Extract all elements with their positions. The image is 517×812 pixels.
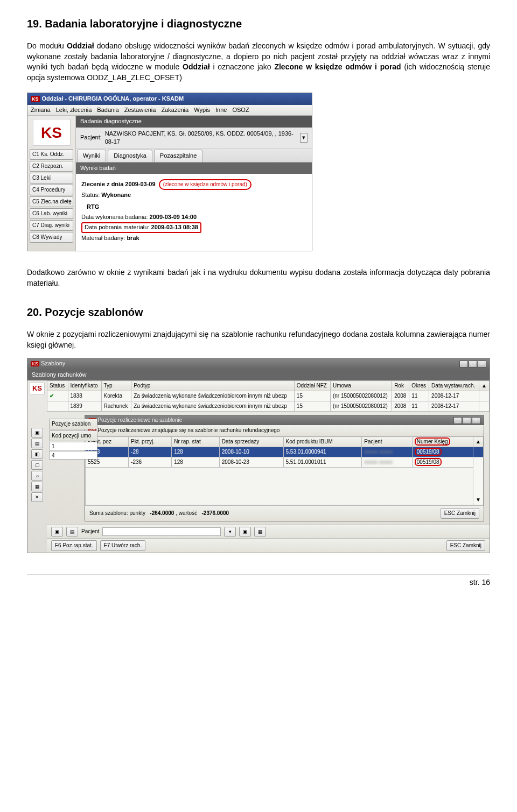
minimize-icon[interactable]: _ xyxy=(459,361,468,368)
zlecenie-label: Zlecenie z dnia xyxy=(81,181,123,187)
close-icon[interactable]: ✕ xyxy=(478,361,486,368)
tab-wyniki[interactable]: Wyniki xyxy=(77,150,106,161)
sidebar-c4[interactable]: C4 Procedury xyxy=(30,185,73,195)
col-pacjent[interactable]: Pacjent xyxy=(362,437,413,447)
app2-footer: F6 Poz.rap.stat. F7 Utwórz rach. ESC Zam… xyxy=(47,538,490,553)
col-data[interactable]: Data wystaw.rach. xyxy=(429,381,479,391)
paragraph-2: Dodatkowo zarówno w oknie z wynikami bad… xyxy=(27,267,490,288)
maximize-icon[interactable]: ▢ xyxy=(469,361,477,368)
scroll-up-icon[interactable]: ▲ xyxy=(473,437,484,447)
cell-typ: Korekta xyxy=(101,391,131,401)
tool-btn-7[interactable]: ✕ xyxy=(31,492,43,502)
szablony-table[interactable]: Status Identyfikato Typ Podtyp Oddział N… xyxy=(47,380,490,412)
cell-nr: 128 xyxy=(172,447,220,457)
patient-row: Pacjent: NAZWISKO PACJENT, KS. Gł. 00250… xyxy=(76,128,312,149)
sidebar-c6[interactable]: C6 Lab. wyniki xyxy=(30,208,73,219)
tool-btn-5[interactable]: ⌕ xyxy=(31,471,43,481)
cell-pkt: -28 xyxy=(129,447,172,457)
col-kod-ibum[interactable]: Kod produktu IBUM xyxy=(283,437,362,447)
table-row[interactable]: 5525 -236 128 2008-10-23 5.51.01.0001011… xyxy=(86,457,484,468)
sidebar-c5[interactable]: C5 Zlec.na dietę xyxy=(30,196,73,207)
sidebar-c3[interactable]: C3 Leki xyxy=(30,173,73,183)
sidebar-c1[interactable]: C1 Ks. Oddz. xyxy=(30,149,73,160)
sidebar-c2[interactable]: C2 Rozpozn. xyxy=(30,161,73,172)
col-typ[interactable]: Typ xyxy=(101,381,131,391)
tool-btn-1[interactable]: ▣ xyxy=(31,428,43,437)
side-input-1[interactable]: 1 xyxy=(49,442,97,450)
scroll-down-icon[interactable]: ▼ xyxy=(473,457,484,505)
tool-btn-2[interactable]: ▤ xyxy=(31,439,43,448)
col-status[interactable]: Status xyxy=(47,381,68,391)
app1-menubar: Zmiana Leki, zlecenia Badania Zestawieni… xyxy=(27,105,312,116)
inner-pozycje-window: KS Pozycje rozliczeniowe na szablonie _ … xyxy=(85,415,484,521)
menu-zestawienia[interactable]: Zestawienia xyxy=(124,106,156,114)
pacjent-input[interactable] xyxy=(102,527,221,536)
col-data-sprz[interactable]: Data sprzedaży xyxy=(219,437,283,447)
col-pkt[interactable]: Pkt. przyj. xyxy=(129,437,172,447)
cell-id: 1839 xyxy=(68,401,101,412)
f6-button[interactable]: F6 Poz.rap.stat. xyxy=(51,540,97,551)
tool-btn-6[interactable]: ▦ xyxy=(31,482,43,491)
menu-wypis[interactable]: Wypis xyxy=(194,106,210,114)
menu-zmiana[interactable]: Zmiana xyxy=(31,106,51,114)
close-icon[interactable]: ✕ xyxy=(472,417,480,424)
cell-umowa: (nr 150005002080012) xyxy=(330,391,392,401)
menu-osoz[interactable]: OSOZ xyxy=(232,106,249,114)
menu-zakazenia[interactable]: Zakażenia xyxy=(161,106,188,114)
scroll-up-icon[interactable]: ▲ xyxy=(479,381,490,391)
dropdown-icon[interactable]: ▾ xyxy=(224,527,236,536)
maximize-icon[interactable]: ▢ xyxy=(463,417,471,424)
col-podtyp[interactable]: Podtyp xyxy=(131,381,295,391)
sidebar-c8[interactable]: C8 Wywiady xyxy=(30,232,73,243)
toolbar-btn[interactable]: ▣ xyxy=(51,527,63,536)
cell-umowa: (nr 150005002080012) xyxy=(330,401,392,412)
toolbar-btn[interactable]: ▦ xyxy=(254,527,266,536)
dropdown-icon[interactable]: ▾ xyxy=(300,133,308,142)
toolbar-btn[interactable]: ▣ xyxy=(239,527,251,536)
menu-leki[interactable]: Leki, zlecenia xyxy=(56,106,92,114)
toolbar-btn[interactable]: ▤ xyxy=(66,527,78,536)
cell-okres: 11 xyxy=(409,391,429,401)
app2-main: Status Identyfikato Typ Podtyp Oddział N… xyxy=(47,380,490,553)
menu-badania[interactable]: Badania xyxy=(97,106,118,114)
sidebar-c7[interactable]: C7 Diag. wyniki xyxy=(30,220,73,231)
esc-close-button[interactable]: ESC Zamknij xyxy=(441,508,479,519)
esc-close-button[interactable]: ESC Zamknij xyxy=(446,540,485,551)
material-label: Materiał badany: xyxy=(81,235,125,241)
menu-inne[interactable]: Inne xyxy=(215,106,227,114)
tab-diagnostyka[interactable]: Diagnostyka xyxy=(108,150,152,161)
cell-nfz: 15 xyxy=(294,391,330,401)
tab-pozaszpitalne[interactable]: Pozaszpitalne xyxy=(154,150,203,161)
col-okres[interactable]: Okres xyxy=(409,381,429,391)
cell-rok: 2008 xyxy=(392,401,409,412)
zlecenie-date: 2009-03-09 xyxy=(125,181,155,187)
app2-mid-bar: ▣ ▤ Pacjent ▾ ▣ ▦ xyxy=(47,525,490,538)
col-id[interactable]: Identyfikato xyxy=(68,381,101,391)
p1-d: Oddział xyxy=(183,62,210,71)
side-lbl2: Kod pozycji umo xyxy=(49,430,97,441)
col-numer-ksieg[interactable]: Numer Księg xyxy=(412,437,473,447)
cell-podtyp: Za świadczenia wykonane świadczeniobiorc… xyxy=(131,401,295,412)
cell-numer: 00519/08 xyxy=(412,457,473,468)
cell-typ: Rachunek xyxy=(101,401,131,412)
rtg-label: RTG xyxy=(87,203,306,211)
col-rok[interactable]: Rok xyxy=(392,381,409,391)
side-input-2[interactable]: 4 xyxy=(49,451,97,460)
minimize-icon[interactable]: _ xyxy=(453,417,462,424)
app2-left-toolbar: KS ▣ ▤ ◧ ▢ ⌕ ▦ ✕ xyxy=(27,380,47,553)
app1-sidebar: KS C1 Ks. Oddz. C2 Rozpozn. C3 Leki C4 P… xyxy=(27,116,76,251)
tool-btn-4[interactable]: ▢ xyxy=(31,460,43,470)
table-row[interactable]: 5523 -28 128 2008-10-10 5.53.01.0000941 … xyxy=(86,447,484,457)
col-nfz[interactable]: Oddział NFZ xyxy=(294,381,330,391)
pozycje-table[interactable]: Ident. poz Pkt. przyj. Nr rap. stat Data… xyxy=(85,436,484,505)
table-row[interactable]: 1839 Rachunek Za świadczenia wykonane św… xyxy=(47,401,490,412)
cell-data: 2008-10-23 xyxy=(219,457,283,468)
data-wyk-value: 2009-03-09 14:00 xyxy=(150,214,197,220)
table-row[interactable]: ✔ 1838 Korekta Za świadczenia wykonane ś… xyxy=(47,391,490,401)
status-label: Status: xyxy=(81,192,100,198)
col-nrrap[interactable]: Nr rap. stat xyxy=(172,437,220,447)
col-umowa[interactable]: Umowa xyxy=(330,381,392,391)
cell-numer: 00519/08 xyxy=(412,447,473,457)
f7-button[interactable]: F7 Utwórz rach. xyxy=(100,540,146,551)
tool-btn-3[interactable]: ◧ xyxy=(31,449,43,459)
